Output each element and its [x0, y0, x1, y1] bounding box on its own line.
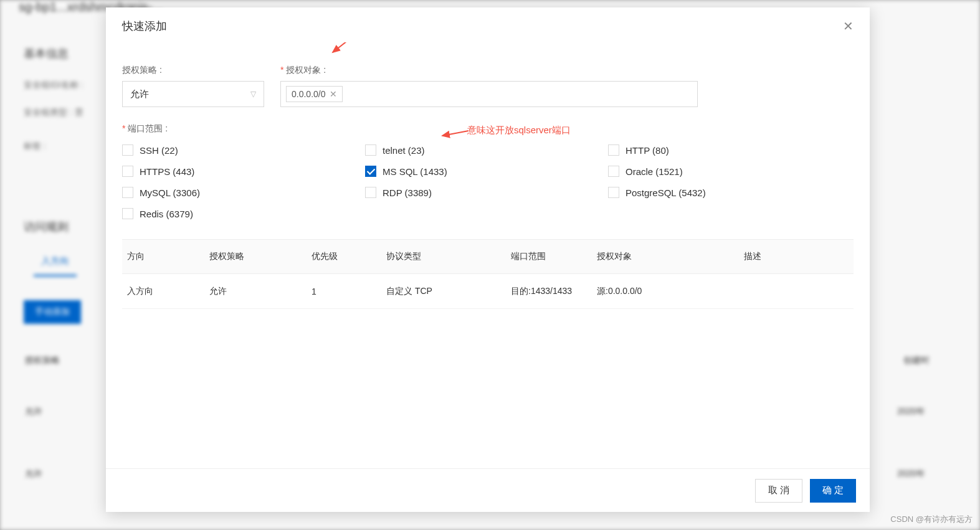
port-option-c3-0[interactable]: HTTP (80)	[608, 142, 851, 158]
policy-value: 允许	[130, 88, 149, 100]
basic-info-heading: 基本信息	[24, 46, 69, 61]
auth-object-input[interactable]: 0.0.0.0/0 ✕	[280, 81, 698, 107]
policy-select[interactable]: 允许 ▽	[122, 81, 264, 107]
ip-tag: 0.0.0.0/0 ✕	[286, 86, 343, 102]
td-policy: 允许	[209, 286, 312, 297]
td-port: 目的:1433/1433	[511, 286, 597, 297]
modal-title: 快速添加	[122, 19, 167, 34]
th-priority: 优先级	[312, 251, 386, 262]
td-protocol: 自定义 TCP	[386, 286, 511, 297]
quick-add-modal: 快速添加 ✕ 授权策略 : 允许 ▽ *授权对象 : 0.0.0.0/0 ✕	[106, 7, 870, 512]
checkbox[interactable]	[365, 144, 376, 156]
checkbox[interactable]	[122, 166, 133, 177]
port-option-label: MySQL (3306)	[140, 187, 200, 198]
checkbox[interactable]	[122, 187, 133, 198]
access-rules-heading: 访问规则	[24, 219, 69, 234]
port-option-c2-1[interactable]: MS SQL (1433)	[365, 163, 608, 179]
close-icon[interactable]: ✕	[843, 19, 854, 34]
sg-type-label: 安全组类型 : 普	[24, 107, 83, 118]
table-row: 入方向 允许 1 自定义 TCP 目的:1433/1433 源:0.0.0.0/…	[122, 274, 854, 309]
remove-tag-icon[interactable]: ✕	[330, 89, 337, 99]
rules-preview-table: 方向 授权策略 优先级 协议类型 端口范围 授权对象 描述 入方向 允许 1 自…	[122, 239, 854, 309]
th-object: 授权对象	[597, 251, 744, 262]
port-option-c2-0[interactable]: telnet (23)	[365, 142, 608, 158]
port-option-c3-1[interactable]: Oracle (1521)	[608, 163, 851, 179]
port-range-label: *端口范围 :	[122, 123, 854, 135]
port-option-label: PostgreSQL (5432)	[626, 187, 706, 198]
td-object: 源:0.0.0.0/0	[597, 286, 744, 297]
tag-label: 标签 :	[24, 141, 46, 152]
port-option-label: telnet (23)	[383, 145, 425, 156]
object-label: *授权对象 :	[280, 65, 698, 76]
port-option-label: HTTPS (443)	[140, 166, 194, 177]
bg-td-time-1: 2020年	[897, 406, 925, 417]
port-option-label: RDP (3389)	[383, 187, 432, 198]
th-desc: 描述	[744, 251, 844, 262]
port-option-c3-2[interactable]: PostgreSQL (5432)	[608, 184, 851, 201]
port-option-c2-2[interactable]: RDP (3389)	[365, 184, 608, 201]
port-option-label: Redis (6379)	[140, 209, 193, 219]
checkbox[interactable]	[122, 144, 133, 156]
sg-id-label: 安全组ID/名称 :	[24, 80, 83, 91]
td-priority: 1	[312, 286, 386, 296]
bg-th-created: 创建时	[903, 355, 930, 366]
checkbox[interactable]	[608, 166, 619, 177]
port-options-grid: SSH (22)HTTPS (443)MySQL (3306)Redis (63…	[122, 142, 854, 222]
chevron-down-icon: ▽	[250, 90, 256, 98]
checkbox[interactable]	[365, 187, 376, 198]
bg-td-allow-2: 允许	[25, 468, 42, 480]
bg-th-policy: 授权策略	[25, 355, 60, 366]
th-direction: 方向	[122, 251, 209, 262]
bg-td-time-2: 2020年	[897, 468, 925, 480]
th-policy: 授权策略	[209, 251, 312, 262]
checkbox[interactable]	[608, 144, 619, 156]
port-option-c1-3[interactable]: Redis (6379)	[122, 206, 365, 222]
port-option-c1-2[interactable]: MySQL (3306)	[122, 184, 365, 201]
port-option-c1-1[interactable]: HTTPS (443)	[122, 163, 365, 179]
port-option-label: Oracle (1521)	[626, 166, 683, 177]
td-direction: 入方向	[122, 286, 209, 297]
checkbox[interactable]	[365, 166, 376, 177]
checkbox[interactable]	[122, 208, 133, 219]
watermark: CSDN @有诗亦有远方	[890, 514, 973, 525]
port-option-label: HTTP (80)	[626, 145, 669, 156]
port-option-c1-0[interactable]: SSH (22)	[122, 142, 365, 158]
svg-line-0	[333, 42, 361, 52]
cancel-button[interactable]: 取 消	[755, 479, 802, 503]
port-option-label: SSH (22)	[140, 145, 178, 156]
tab-inbound[interactable]: 入方向	[34, 255, 77, 277]
policy-label: 授权策略 :	[122, 65, 264, 76]
checkbox[interactable]	[608, 187, 619, 198]
th-protocol: 协议类型	[386, 251, 511, 262]
bg-td-allow-1: 允许	[25, 406, 42, 417]
manual-add-button[interactable]: 手动添加	[24, 300, 81, 324]
port-option-label: MS SQL (1433)	[383, 166, 447, 177]
ok-button[interactable]: 确 定	[810, 479, 856, 503]
th-port: 端口范围	[511, 251, 597, 262]
